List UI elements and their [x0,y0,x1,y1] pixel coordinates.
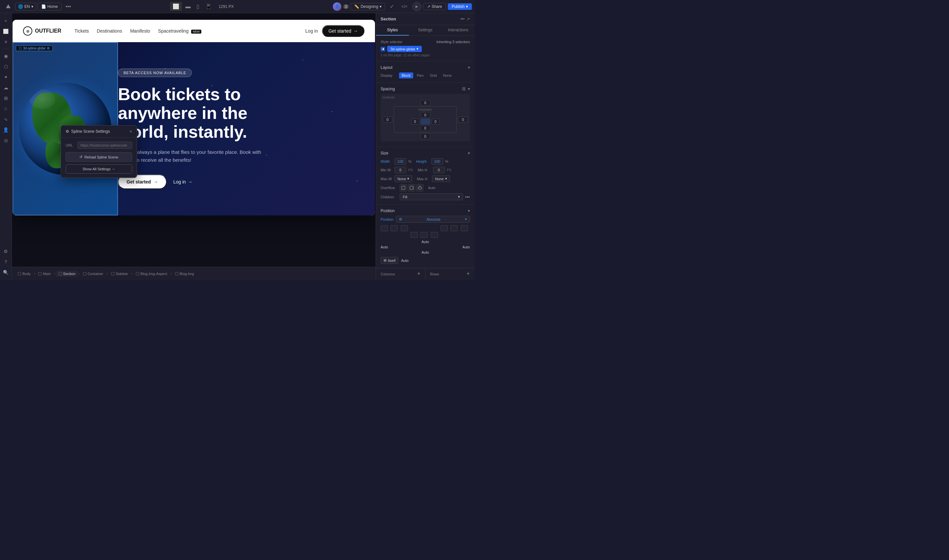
nav-link-destinations[interactable]: Destinations [97,28,122,34]
tablet-landscape-btn[interactable]: ▬ [183,2,193,11]
pos-bc[interactable] [421,232,428,238]
sidebar-icon-elements[interactable]: ◉ [1,51,11,61]
show-all-settings-button[interactable]: Show All Settings → [66,165,132,174]
pos-bl[interactable] [411,232,418,238]
nav-link-spacetraveling[interactable]: Spacetraveling NEW [158,28,202,34]
margin-right-input[interactable] [458,117,468,123]
sidebar-icon-interactions[interactable]: ∿ [1,114,11,124]
display-flex[interactable]: Flex [414,72,427,78]
play-button[interactable]: ▶ [412,2,421,11]
display-none[interactable]: None [440,72,454,78]
breadcrumb-blog-img-aspect[interactable]: Blog-Img-Aspect [133,271,170,277]
nav-logo[interactable]: ◎ OUTFLIER [23,26,61,35]
reload-spline-button[interactable]: ↺ Reload Spline Scene [66,152,132,162]
add-row-button[interactable]: + [466,271,470,277]
sidebar-icon-apps[interactable]: ◎ [1,135,11,145]
sidebar-icon-menu[interactable]: ≡ [1,37,11,47]
breadcrumb-body[interactable]: Body [15,271,33,277]
hero-login-link[interactable]: Log in → [173,179,193,185]
publish-button[interactable]: Publish ▾ [448,3,472,10]
code-button[interactable]: </> [399,3,410,10]
breadcrumb-blog-img[interactable]: Blog-Img [173,271,197,277]
pos-tr[interactable] [401,225,408,231]
tab-styles[interactable]: Styles [376,25,409,35]
width-input[interactable] [394,158,406,165]
sidebar-icon-cms[interactable]: ☁ [1,83,11,92]
spacing-link-icon[interactable]: ⛓ [462,87,466,91]
position-bottom-auto: Auto [421,250,429,254]
breadcrumb-main[interactable]: Main [35,271,53,277]
position-type-select[interactable]: ⊞ Absolute ▾ [396,216,470,223]
overflow-visible-btn[interactable] [416,184,424,191]
user-avatar[interactable]: 👤 [333,2,341,11]
sidebar-icon-assets[interactable]: ✦ [1,72,11,82]
sidebar-icon-pages[interactable]: ⬜ [1,26,11,36]
display-grid[interactable]: Grid [427,72,439,78]
sidebar-icon-settings[interactable]: ⚙ [1,246,11,256]
nav-login-link[interactable]: Log in [305,28,318,34]
language-selector[interactable]: 🌐 EN ▾ [15,3,36,11]
tab-interactions[interactable]: Interactions [442,25,474,35]
share-icon: ↗ [427,4,430,9]
breadcrumb-sidebar[interactable]: Sidebar [108,271,131,277]
margin-top-input[interactable] [421,100,430,106]
itself-icon: ⊞ [384,258,387,263]
collaborators-badge[interactable]: 2 [344,4,349,9]
sidebar-divider [3,49,9,49]
url-input[interactable] [77,142,132,149]
padding-left-input[interactable] [411,118,419,125]
more-options-button[interactable]: ••• [63,2,74,11]
app-logo[interactable] [3,2,14,11]
height-input[interactable] [431,158,443,165]
min-h-input[interactable] [433,167,445,173]
sidebar-icon-add[interactable]: + [1,16,11,26]
panel-expand-button[interactable]: ↗ [467,17,470,22]
spline-popup-close-button[interactable]: × [129,129,132,134]
check-button[interactable]: ✓ [387,2,397,11]
sidebar-icon-users[interactable]: 👤 [1,125,11,135]
overflow-hidden-btn[interactable] [400,184,407,191]
children-select[interactable]: Fill ▾ [400,193,463,200]
display-block[interactable]: Block [399,72,413,78]
pos-tl[interactable] [381,225,388,231]
home-button[interactable]: 📄 Home [38,3,62,11]
tab-settings[interactable]: Settings [409,25,442,35]
max-h-select[interactable]: None ▾ [432,175,450,182]
pos-ml[interactable] [441,225,448,231]
children-more-button[interactable]: ••• [465,194,470,200]
nav-link-manifesto[interactable]: Manifesto [130,28,150,34]
style-selector-badge[interactable]: 3d-spline-globe ▾ [387,46,422,52]
overflow-scroll-btn[interactable] [408,184,415,191]
margin-left-input[interactable] [382,117,393,123]
mobile-device-btn[interactable]: 📱 [203,2,214,11]
pos-br[interactable] [431,232,438,238]
breadcrumb-container[interactable]: Container [80,271,106,277]
sidebar-icon-search[interactable]: 🔍 [1,268,11,277]
share-button[interactable]: ↗ Share [424,3,446,10]
nav-cta-button[interactable]: Get started → [322,25,364,37]
settings-icon[interactable]: ⚙ [47,46,50,50]
max-w-select[interactable]: None ▾ [394,175,412,182]
position-right-auto: Auto [462,245,470,249]
mode-selector[interactable]: ✏️ Designing ▾ [351,3,385,10]
padding-bottom-input[interactable] [421,125,430,131]
sidebar-icon-ecommerce[interactable]: ☆ [1,104,11,114]
pos-mr[interactable] [461,225,468,231]
min-w-input[interactable] [394,167,406,173]
margin-bottom-input[interactable] [421,134,430,139]
sidebar-icon-grid[interactable]: ⊞ [1,93,11,103]
padding-top-input[interactable] [421,112,430,118]
tablet-portrait-btn[interactable]: ▯ [194,2,202,11]
itself-select[interactable]: ⊞ Itself [381,257,398,264]
desktop-device-btn[interactable]: ⬜ [170,2,182,11]
sidebar-icon-components[interactable]: ⬡ [1,62,11,71]
padding-right-input[interactable] [432,118,439,125]
pos-mc[interactable] [450,225,458,231]
panel-dots-button[interactable]: ••• [460,17,465,22]
sidebar-icon-help[interactable]: ? [1,257,11,267]
pos-tc[interactable] [390,225,398,231]
breadcrumb-section[interactable]: Section [56,271,78,277]
breadcrumb-checkbox [175,272,178,275]
add-column-button[interactable]: + [417,271,421,277]
nav-link-tickets[interactable]: Tickets [74,28,89,34]
